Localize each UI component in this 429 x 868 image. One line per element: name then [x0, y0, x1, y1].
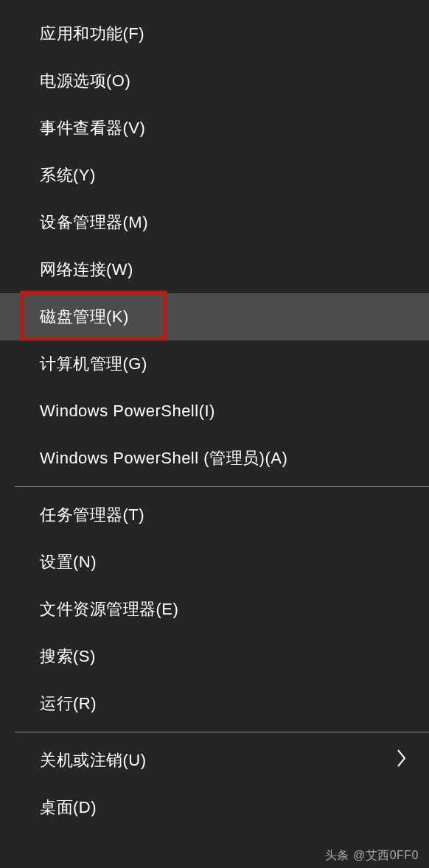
menu-item-apps-features[interactable]: 应用和功能(F): [0, 10, 429, 57]
menu-item-desktop[interactable]: 桌面(D): [0, 784, 429, 831]
menu-item-settings[interactable]: 设置(N): [0, 539, 429, 586]
menu-separator: [15, 732, 429, 732]
menu-separator: [15, 486, 429, 487]
menu-item-label: 设置(N): [40, 551, 97, 573]
menu-item-search[interactable]: 搜索(S): [0, 633, 429, 680]
menu-item-label: 磁盘管理(K): [40, 306, 129, 328]
menu-item-power-options[interactable]: 电源选项(O): [0, 57, 429, 105]
menu-item-network-connections[interactable]: 网络连接(W): [0, 246, 429, 293]
menu-item-shutdown-signout[interactable]: 关机或注销(U): [0, 737, 429, 784]
menu-item-label: 计算机管理(G): [40, 353, 147, 375]
menu-item-label: 运行(R): [40, 693, 97, 715]
menu-item-powershell-admin[interactable]: Windows PowerShell (管理员)(A): [0, 435, 429, 482]
menu-item-run[interactable]: 运行(R): [0, 680, 429, 727]
menu-item-label: Windows PowerShell(I): [40, 402, 215, 421]
menu-item-label: 桌面(D): [40, 797, 97, 819]
watermark-text: 头条 @艾西0FF0: [325, 848, 419, 864]
menu-item-task-manager[interactable]: 任务管理器(T): [0, 491, 429, 539]
menu-item-device-manager[interactable]: 设备管理器(M): [0, 199, 429, 246]
menu-item-label: 关机或注销(U): [40, 749, 147, 771]
menu-item-label: 搜索(S): [40, 645, 96, 668]
menu-item-label: 网络连接(W): [40, 259, 133, 281]
menu-item-event-viewer[interactable]: 事件查看器(V): [0, 105, 429, 152]
menu-item-disk-management[interactable]: 磁盘管理(K): [0, 293, 429, 340]
chevron-right-icon: [397, 749, 407, 773]
menu-item-label: 电源选项(O): [40, 70, 130, 92]
menu-item-system[interactable]: 系统(Y): [0, 152, 429, 199]
menu-item-label: 任务管理器(T): [40, 504, 144, 526]
menu-item-computer-management[interactable]: 计算机管理(G): [0, 340, 429, 388]
menu-item-label: Windows PowerShell (管理员)(A): [40, 447, 287, 469]
menu-item-file-explorer[interactable]: 文件资源管理器(E): [0, 586, 429, 633]
menu-item-label: 文件资源管理器(E): [40, 598, 178, 620]
menu-item-label: 应用和功能(F): [40, 23, 144, 45]
menu-item-label: 设备管理器(M): [40, 211, 148, 234]
menu-item-label: 系统(Y): [40, 164, 96, 186]
menu-item-powershell[interactable]: Windows PowerShell(I): [0, 388, 429, 435]
winx-menu: 应用和功能(F) 电源选项(O) 事件查看器(V) 系统(Y) 设备管理器(M)…: [0, 0, 429, 868]
menu-item-label: 事件查看器(V): [40, 117, 145, 139]
